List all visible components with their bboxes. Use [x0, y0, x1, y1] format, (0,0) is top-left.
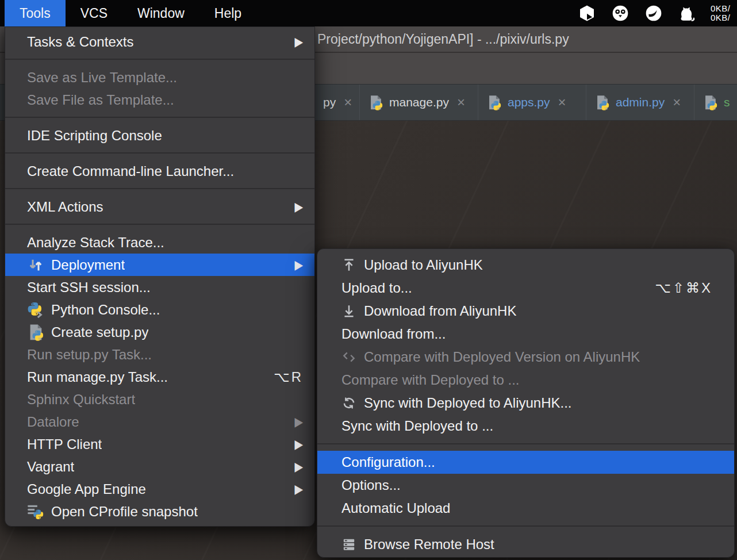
shortcut-label: ⌥⇧⌘X	[655, 280, 712, 296]
menu-separator	[5, 147, 314, 160]
python-file-icon	[368, 95, 383, 110]
tools-menu-item-datalore: Datalore▶	[5, 411, 314, 433]
sync-icon	[341, 396, 356, 411]
menu-item-label: HTTP Client	[27, 436, 102, 452]
submenu-arrow-icon: ▶	[294, 414, 303, 429]
deployment-item-upload-to-aliyunhk[interactable]: Upload to AliyunHK	[317, 254, 734, 277]
menu-item-label: Create setup.py	[51, 324, 148, 340]
menu-item-label: Tasks & Contexts	[27, 34, 133, 50]
deployment-item-automatic-upload[interactable]: Automatic Upload	[317, 497, 734, 520]
menu-item-label: Run manage.py Task...	[27, 369, 168, 385]
deployment-item-upload-to[interactable]: Upload to...⌥⇧⌘X	[317, 277, 734, 300]
compare-icon	[341, 350, 356, 365]
menu-separator	[5, 182, 314, 195]
editor-tab-apps-py[interactable]: apps.py×	[478, 85, 586, 120]
tools-menu-item-create-command-line-launcher[interactable]: Create Command-line Launcher...	[5, 160, 314, 182]
tools-menu-item-save-file-as-template: Save File as Template...	[5, 89, 314, 111]
tools-menu-item-vagrant[interactable]: Vagrant▶	[5, 455, 314, 478]
submenu-arrow-icon: ▶	[294, 436, 303, 451]
menu-item-label: Analyze Stack Trace...	[27, 235, 164, 251]
deployment-item-compare-with-deployed-version-on-aliyunhk: Compare with Deployed Version on AliyunH…	[317, 346, 734, 369]
menu-item-label: Save File as Template...	[27, 92, 174, 108]
tab-close-icon[interactable]: ×	[457, 95, 465, 109]
download-icon	[341, 304, 356, 319]
menu-item-label: Options...	[341, 477, 401, 493]
menu-separator	[317, 438, 734, 451]
menu-item-label: Download from AliyunHK	[364, 303, 516, 319]
network-monitor: 0KB/ 0KB/	[711, 4, 737, 22]
menu-item-label: Start SSH session...	[27, 279, 151, 296]
menu-item-label: Configuration...	[341, 454, 435, 470]
tools-menu-item-python-console[interactable]: Python Console...	[5, 298, 314, 321]
tools-menu-item-ide-scripting-console[interactable]: IDE Scripting Console	[5, 124, 314, 147]
network-down-speed: 0KB/	[711, 13, 737, 22]
status-icons	[577, 3, 697, 23]
menubar-item-tools[interactable]: Tools	[5, 0, 66, 26]
menu-item-label: Sync with Deployed to ...	[341, 418, 493, 434]
menubar-item-vcs[interactable]: VCS	[66, 0, 122, 26]
menu-item-label: Google App Engine	[27, 481, 146, 497]
menu-item-label: Open CProfile snapshot	[51, 504, 198, 520]
tools-menu-item-open-cprofile-snapshot[interactable]: Open CProfile snapshot	[5, 500, 314, 523]
deployment-item-configuration[interactable]: Configuration...	[317, 451, 734, 474]
tab-label: manage.py	[389, 95, 449, 109]
menu-item-label: Vagrant	[27, 459, 74, 475]
menu-item-label: Browse Remote Host	[364, 536, 494, 553]
menu-separator	[5, 218, 314, 231]
tools-menu-item-analyze-stack-trace[interactable]: Analyze Stack Trace...	[5, 231, 314, 254]
cat-app-icon[interactable]	[677, 3, 697, 23]
menu-separator	[317, 520, 734, 533]
menu-item-label: Sphinx Quickstart	[27, 392, 135, 408]
deployment-item-download-from-aliyunhk[interactable]: Download from AliyunHK	[317, 300, 734, 323]
tab-close-icon[interactable]: ×	[558, 95, 566, 109]
tab-label: apps.py	[508, 95, 550, 109]
tools-menu-item-tasks-contexts[interactable]: Tasks & Contexts▶	[5, 30, 314, 53]
tools-menu-item-run-setup-py-task: Run setup.py Task...	[5, 343, 314, 366]
updown-arrows-icon	[27, 256, 44, 274]
deployment-item-sync-with-deployed-to[interactable]: Sync with Deployed to ...	[317, 415, 734, 438]
editor-tab-admin-py[interactable]: admin.py×	[586, 85, 694, 120]
tools-menu-dropdown: Tasks & Contexts▶Save as Live Template..…	[5, 26, 315, 527]
deployment-item-options[interactable]: Options...	[317, 474, 734, 497]
menu-item-label: Run setup.py Task...	[27, 347, 152, 363]
menu-separator	[5, 111, 314, 124]
tab-close-icon[interactable]: ×	[673, 95, 681, 109]
menu-item-label: Datalore	[27, 414, 79, 430]
menubar-item-help[interactable]: Help	[199, 0, 256, 26]
editor-tab-py[interactable]: py×	[315, 85, 360, 120]
tab-label: admin.py	[616, 95, 665, 109]
python-file-icon	[486, 95, 502, 110]
menu-item-label: Sync with Deployed to AliyunHK...	[364, 395, 572, 411]
network-up-speed: 0KB/	[711, 4, 737, 13]
tools-menu-item-create-setup-py[interactable]: Create setup.py	[5, 321, 314, 343]
deployment-item-download-from[interactable]: Download from...	[317, 323, 734, 346]
bird-app-icon[interactable]	[644, 3, 663, 23]
tools-menu-item-http-client[interactable]: HTTP Client▶	[5, 433, 314, 455]
menu-item-label: Python Console...	[51, 302, 160, 318]
tab-close-icon[interactable]: ×	[344, 95, 352, 109]
menu-item-label: Compare with Deployed Version on AliyunH…	[364, 349, 640, 365]
submenu-arrow-icon: ▶	[294, 199, 303, 214]
tools-menu-item-deployment[interactable]: Deployment▶	[5, 254, 314, 276]
editor-tab-manage-py[interactable]: manage.py×	[360, 85, 478, 120]
editor-tab-s[interactable]: s	[694, 85, 737, 120]
deployment-item-browse-remote-host[interactable]: Browse Remote Host	[317, 533, 734, 556]
tools-menu-item-start-ssh-session[interactable]: Start SSH session...	[5, 276, 314, 298]
tools-menu-item-google-app-engine[interactable]: Google App Engine▶	[5, 478, 314, 500]
menu-item-label: XML Actions	[27, 199, 103, 215]
menu-separator	[5, 53, 314, 66]
submenu-arrow-icon: ▶	[294, 459, 303, 474]
menu-bar-items: ToolsVCSWindowHelp	[5, 0, 256, 26]
menu-item-label: Create Command-line Launcher...	[27, 163, 234, 179]
upload-icon	[341, 258, 356, 273]
tools-menu-item-sphinx-quickstart: Sphinx Quickstart	[5, 388, 314, 411]
box-app-icon[interactable]	[577, 3, 597, 23]
menu-item-label: Automatic Upload	[341, 500, 450, 516]
owl-app-icon[interactable]	[611, 3, 630, 23]
python-file-icon	[703, 95, 718, 110]
tools-menu-item-run-manage-py-task[interactable]: Run manage.py Task...⌥R	[5, 366, 314, 388]
tools-menu-item-xml-actions[interactable]: XML Actions▶	[5, 195, 314, 218]
server-icon	[341, 537, 356, 552]
menubar-item-window[interactable]: Window	[122, 0, 199, 26]
deployment-item-sync-with-deployed-to-aliyunhk[interactable]: Sync with Deployed to AliyunHK...	[317, 392, 734, 415]
